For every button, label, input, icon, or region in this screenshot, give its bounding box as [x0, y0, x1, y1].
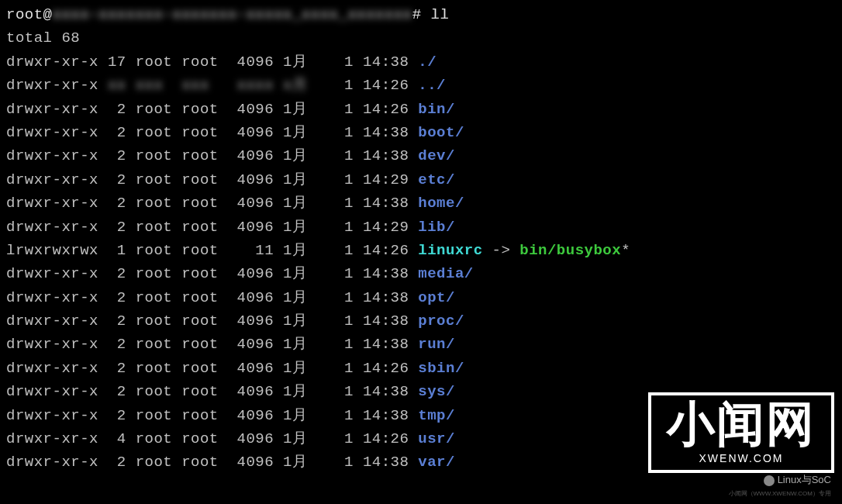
row-date: 1 14:38: [316, 454, 418, 471]
row-meta: 2 root root 4096 1月: [108, 124, 316, 141]
listing-row: drwxr-xr-x 17 root root 4096 1月 1 14:38 …: [6, 50, 836, 74]
row-meta: 2 root root 4096 1月: [108, 101, 316, 118]
prompt-user: root@: [6, 3, 53, 26]
row-date: 1 14:26: [316, 360, 418, 377]
total-line: total 68: [6, 26, 836, 50]
row-meta: 2 root root 4096 1月: [108, 312, 316, 330]
row-perms: drwxr-xr-x: [6, 77, 98, 94]
row-date: 1 14:26: [316, 242, 418, 259]
listing-row: drwxr-xr-x 2 root root 4096 1月 1 14:38 d…: [6, 144, 836, 167]
row-perms: drwxr-xr-x: [6, 101, 98, 118]
row-date: 1 14:38: [316, 336, 418, 353]
row-date: 1 14:38: [316, 147, 418, 164]
prompt-suffix: #: [412, 3, 431, 26]
row-perms: drwxr-xr-x: [6, 430, 98, 447]
file-name-dir: sbin/: [418, 360, 464, 377]
file-name-dir: proc/: [418, 312, 464, 330]
row-meta: 2 root root 4096 1月: [108, 289, 316, 306]
row-perms: drwxr-xr-x: [6, 289, 98, 306]
file-name-link: linuxrc: [418, 242, 482, 259]
listing-row: drwxr-xr-x 2 root root 4096 1月 1 14:38 p…: [6, 309, 836, 333]
row-meta-blurred: xx xxx xxx xxxx x月: [108, 74, 316, 97]
row-meta: 2 root root 4096 1月: [108, 454, 316, 471]
file-name-dir: lib/: [418, 219, 455, 236]
listing-row: lrwxrwxrwx 1 root root 11 1月 1 14:26 lin…: [6, 239, 836, 262]
file-name-dir: ./: [418, 54, 437, 71]
file-name-dir: usr/: [418, 430, 455, 447]
row-perms: drwxr-xr-x: [6, 265, 98, 282]
row-perms: drwxr-xr-x: [6, 312, 98, 330]
row-meta: 17 root root 4096 1月: [108, 54, 316, 71]
listing-row: drwxr-xr-x 2 root root 4096 1月 1 14:38 o…: [6, 286, 836, 309]
row-perms: drwxr-xr-x: [6, 195, 98, 212]
listing-row: drwxr-xr-x 2 root root 4096 1月 1 14:38 m…: [6, 262, 836, 285]
file-name-dir: dev/: [418, 147, 455, 164]
row-meta: 2 root root 4096 1月: [108, 383, 316, 400]
link-target: bin/busybox: [519, 242, 621, 259]
file-name-dir: boot/: [418, 124, 464, 141]
prompt-path-blurred: xxxx-xxxxxxx-xxxxxxx-xxxxx_xxxx_xxxxxxx: [53, 3, 412, 26]
file-name-dir: sys/: [418, 383, 455, 400]
listing-row: drwxr-xr-x xx xxx xxx xxxx x月 1 14:26 ..…: [6, 74, 836, 97]
wechat-icon: [764, 475, 775, 486]
listing-row: drwxr-xr-x 2 root root 4096 1月 1 14:29 e…: [6, 168, 836, 192]
row-date: 1 14:38: [316, 124, 418, 141]
file-name-dir: bin/: [418, 101, 455, 118]
row-meta: 2 root root 4096 1月: [108, 407, 316, 424]
listing-row: drwxr-xr-x 2 root root 4096 1月 1 14:26 s…: [6, 357, 836, 380]
file-name-dir: media/: [418, 265, 473, 282]
row-meta: 2 root root 4096 1月: [108, 360, 316, 377]
file-name-dir: tmp/: [418, 407, 455, 424]
prompt-line: root@xxxx-xxxxxxx-xxxxxxx-xxxxx_xxxx_xxx…: [6, 3, 836, 26]
row-meta: 4 root root 4096 1月: [108, 430, 316, 447]
watermark-title: 小闻网: [667, 400, 816, 448]
row-date: 1 14:29: [316, 171, 418, 188]
row-perms: lrwxrwxrwx: [6, 242, 98, 259]
row-date: 1 14:38: [316, 54, 418, 71]
listing-row: drwxr-xr-x 2 root root 4096 1月 1 14:38 h…: [6, 192, 836, 215]
row-date: 1 14:38: [316, 289, 418, 306]
row-perms: drwxr-xr-x: [6, 360, 98, 377]
row-perms: drwxr-xr-x: [6, 454, 98, 471]
row-perms: drwxr-xr-x: [6, 124, 98, 141]
row-date: 1 14:38: [316, 312, 418, 330]
row-meta: 2 root root 4096 1月: [108, 195, 316, 212]
row-perms: drwxr-xr-x: [6, 54, 98, 71]
file-name-dir: etc/: [418, 171, 455, 188]
file-name-dir: ../: [418, 77, 446, 94]
watermark-subtitle: XWENW.COM: [667, 450, 816, 467]
file-name-dir: var/: [418, 454, 455, 471]
row-date: 1 14:38: [316, 265, 418, 282]
row-date: 1 14:29: [316, 219, 418, 236]
row-perms: drwxr-xr-x: [6, 383, 98, 400]
row-perms: drwxr-xr-x: [6, 336, 98, 353]
watermark-box: 小闻网 XWENW.COM: [648, 392, 834, 473]
file-name-dir: opt/: [418, 289, 455, 306]
command-text: ll: [431, 3, 450, 26]
listing-row: drwxr-xr-x 2 root root 4096 1月 1 14:38 r…: [6, 333, 836, 356]
link-arrow: ->: [483, 242, 520, 259]
link-suffix: *: [621, 242, 630, 259]
wechat-text: Linux与SoC: [778, 472, 831, 488]
row-meta: 2 root root 4096 1月: [108, 147, 316, 164]
row-date: 1 14:26: [316, 430, 418, 447]
row-meta: 1 root root 11 1月: [108, 242, 316, 259]
listing-row: drwxr-xr-x 2 root root 4096 1月 1 14:29 l…: [6, 216, 836, 239]
file-name-dir: home/: [418, 195, 464, 212]
listing-row: drwxr-xr-x 2 root root 4096 1月 1 14:26 b…: [6, 98, 836, 121]
row-date: 1 14:38: [316, 407, 418, 424]
listing-row: drwxr-xr-x 2 root root 4096 1月 1 14:38 b…: [6, 121, 836, 144]
row-perms: drwxr-xr-x: [6, 219, 98, 236]
row-date: 1 14:26: [316, 77, 418, 94]
row-date: 1 14:38: [316, 195, 418, 212]
row-meta: 2 root root 4096 1月: [108, 219, 316, 236]
row-date: 1 14:26: [316, 101, 418, 118]
file-name-dir: run/: [418, 336, 455, 353]
row-meta: 2 root root 4096 1月: [108, 265, 316, 282]
wechat-watermark: Linux与SoC: [764, 472, 831, 488]
row-perms: drwxr-xr-x: [6, 147, 98, 164]
tiny-watermark: 小闻网（WWW.XWENW.COM）专用: [729, 489, 831, 499]
row-perms: drwxr-xr-x: [6, 171, 98, 188]
row-date: 1 14:38: [316, 383, 418, 400]
row-meta: 2 root root 4096 1月: [108, 171, 316, 188]
